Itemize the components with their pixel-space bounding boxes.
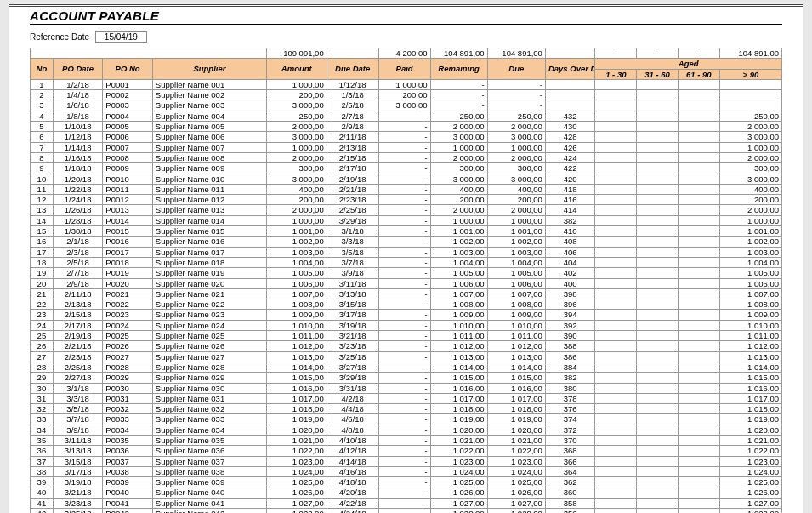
cell (678, 435, 719, 445)
page-title: ACCOUNT PAYABLE (30, 9, 782, 25)
cell: 1 002,00 (719, 237, 781, 247)
cell: 400,00 (719, 184, 781, 194)
table-row: 21/4/18P0002Supplier Name 002200,001/3/1… (31, 90, 782, 100)
cell: 378 (545, 393, 595, 403)
cell: - (378, 425, 430, 435)
cell (637, 299, 679, 310)
cell: Supplier Name 015 (152, 226, 266, 237)
cell: 2/17/18 (327, 163, 378, 174)
cell: Supplier Name 040 (152, 487, 266, 498)
cell: 408 (545, 237, 595, 247)
table-row: 222/13/18P0022Supplier Name 0221 008,003… (31, 299, 782, 310)
cell (595, 142, 637, 152)
cell: 1/16/18 (53, 152, 103, 162)
cell: 200,00 (487, 195, 545, 205)
cell: P0040 (103, 487, 153, 498)
cell: P0021 (103, 288, 153, 299)
cell: P0042 (103, 509, 153, 513)
cell: 2/23/18 (327, 195, 378, 205)
cell: 4/18/18 (327, 477, 378, 487)
cell: - (378, 163, 430, 174)
cell (678, 288, 719, 299)
cell: 1 014,00 (719, 362, 781, 372)
cell: 2/19/18 (327, 174, 378, 184)
cell (637, 487, 679, 498)
cell: 17 (31, 247, 54, 257)
cell (595, 237, 637, 247)
cell: 1 020,00 (487, 425, 545, 435)
cell (678, 331, 719, 341)
cell: 3 000,00 (378, 100, 430, 111)
cell: 1 010,00 (266, 320, 327, 330)
cell: 1 000,00 (487, 215, 545, 225)
cell (678, 247, 719, 257)
cell: 2 000,00 (430, 205, 487, 215)
cell: 1 017,00 (266, 393, 327, 403)
cell: 1 008,00 (719, 299, 781, 310)
cell: 3/23/18 (53, 498, 103, 508)
cell: Supplier Name 014 (152, 215, 266, 225)
cell: - (430, 100, 487, 111)
cell: Supplier Name 018 (152, 257, 266, 267)
cell: 1/6/18 (53, 100, 103, 111)
cell: 366 (545, 456, 595, 466)
table-row: 303/1/18P0030Supplier Name 0301 016,003/… (31, 383, 782, 393)
cell: 2 000,00 (430, 152, 487, 162)
table-row: 403/21/18P0040Supplier Name 0401 026,004… (31, 487, 782, 498)
cell (678, 404, 719, 414)
cell: 11 (31, 184, 54, 194)
cell: 1 018,00 (719, 404, 781, 414)
table-row: 333/7/18P0033Supplier Name 0331 019,004/… (31, 414, 782, 425)
cell: 30 (31, 383, 54, 393)
cell (678, 237, 719, 247)
cell: 1 009,00 (430, 310, 487, 320)
cell: 1 009,00 (266, 310, 327, 320)
cell: - (378, 257, 430, 267)
cell (719, 90, 781, 100)
cell (595, 122, 637, 132)
table-row: 262/21/18P0026Supplier Name 0261 012,003… (31, 341, 782, 351)
cell: 2/19/18 (53, 331, 103, 341)
table-row: 423/25/18P0042Supplier Name 0421 028,004… (31, 509, 782, 513)
cell: - (378, 288, 430, 299)
cell: Supplier Name 029 (152, 373, 266, 383)
cell: Supplier Name 010 (152, 174, 266, 184)
cell: 3/5/18 (53, 404, 103, 414)
cell: 3/21/18 (327, 331, 378, 341)
cell: 1 006,00 (719, 278, 781, 288)
cell: 300,00 (487, 163, 545, 174)
cell: 250,00 (487, 111, 545, 121)
cell (678, 90, 719, 100)
cell: 1/3/18 (327, 90, 378, 100)
cell (595, 477, 637, 487)
cell: Supplier Name 011 (152, 184, 266, 194)
cell: - (378, 237, 430, 247)
col-remaining: Remaining (430, 59, 487, 80)
cell: 1 007,00 (266, 288, 327, 299)
cell: 250,00 (719, 111, 781, 121)
cell: 1 004,00 (719, 257, 781, 267)
cell: - (378, 122, 430, 132)
cell: 15 (31, 226, 54, 237)
cell: - (378, 195, 430, 205)
table-row: 383/17/18P0038Supplier Name 0381 024,004… (31, 466, 782, 476)
cell: 1 027,00 (719, 498, 781, 508)
cell: 2 000,00 (266, 152, 327, 162)
cell (595, 373, 637, 383)
cell (637, 90, 679, 100)
col-paid: Paid (378, 59, 430, 80)
cell: 3/19/18 (53, 477, 103, 487)
cell (595, 425, 637, 435)
cell: P0016 (103, 237, 153, 247)
cell (595, 456, 637, 466)
cell: P0024 (103, 320, 153, 330)
cell: - (378, 446, 430, 456)
cell: 2/5/18 (327, 100, 378, 111)
cell: 3/9/18 (53, 425, 103, 435)
cell: P0015 (103, 226, 153, 237)
cell: P0019 (103, 268, 153, 278)
cell (595, 435, 637, 445)
cell (595, 414, 637, 425)
cell: 432 (545, 111, 595, 121)
cell: 1 (31, 79, 54, 89)
